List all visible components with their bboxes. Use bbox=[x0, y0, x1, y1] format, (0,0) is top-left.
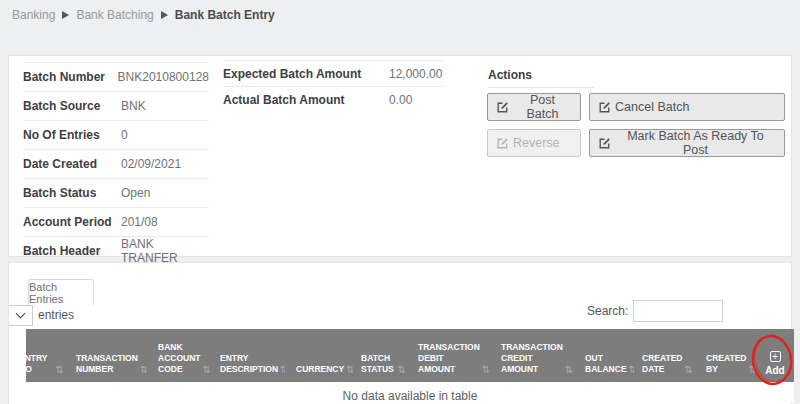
bank-batch-entry-page: Banking Bank Batching Bank Batch Entry B… bbox=[0, 0, 800, 404]
search-input[interactable] bbox=[633, 300, 723, 322]
actions-divider bbox=[488, 87, 594, 88]
batch-amounts-table: Expected Batch Amount 12,000.00 Actual B… bbox=[223, 60, 445, 112]
search-label: Search: bbox=[587, 304, 628, 318]
breadcrumb-item-banking[interactable]: Banking bbox=[12, 8, 55, 22]
detail-row-account-period: Account Period 201/08 bbox=[23, 207, 209, 236]
sort-icon[interactable]: ⇅ bbox=[482, 365, 490, 375]
amount-label: Expected Batch Amount bbox=[223, 67, 389, 81]
detail-value: 02/09/2021 bbox=[121, 157, 209, 171]
batch-details-table: Batch Number BNK2010800128 Batch Source … bbox=[23, 62, 209, 265]
button-label: Mark Batch As Ready To Post bbox=[615, 129, 776, 157]
breadcrumb-item-current: Bank Batch Entry bbox=[175, 8, 275, 22]
arrowhead-right-icon bbox=[62, 11, 69, 19]
detail-row-batch-number: Batch Number BNK2010800128 bbox=[23, 62, 209, 91]
edit-icon bbox=[598, 137, 611, 150]
column-header-currency[interactable]: CURRENCY ⇅ bbox=[285, 329, 353, 382]
batch-summary-panel: Batch Number BNK2010800128 Batch Source … bbox=[8, 55, 792, 257]
column-header-entry-description[interactable]: ENTRY DESCRIPTION ⇅ bbox=[212, 329, 285, 382]
detail-label: Account Period bbox=[23, 215, 121, 229]
column-header-created-date[interactable]: CREATED DATE ⇅ bbox=[634, 329, 694, 382]
column-header-created-by[interactable]: CREATED BY ⇅ bbox=[694, 329, 756, 382]
cancel-batch-button[interactable]: Cancel Batch bbox=[589, 93, 785, 121]
column-header-transaction-credit-amount[interactable]: TRANSACTION CREDIT AMOUNT ⇅ bbox=[493, 329, 577, 382]
edit-icon bbox=[496, 137, 509, 150]
sort-icon[interactable]: ⇅ bbox=[203, 365, 211, 375]
tab-label: Batch Entries bbox=[29, 281, 93, 305]
detail-value: 0 bbox=[121, 128, 209, 142]
sort-icon[interactable]: ⇅ bbox=[684, 365, 692, 375]
amount-value: 0.00 bbox=[389, 93, 445, 107]
add-entry-button[interactable]: + Add bbox=[756, 329, 794, 382]
empty-table-message: No data available in table bbox=[26, 382, 794, 403]
reverse-button[interactable]: Reverse bbox=[487, 129, 581, 157]
amount-row-actual: Actual Batch Amount 0.00 bbox=[223, 86, 445, 112]
arrowhead-right-icon bbox=[161, 11, 168, 19]
search-control: Search: bbox=[587, 300, 723, 322]
sort-icon[interactable]: ⇅ bbox=[398, 365, 406, 375]
button-label: Post Batch bbox=[513, 93, 572, 121]
detail-label: Date Created bbox=[23, 157, 121, 171]
detail-row-batch-header: Batch Header BANK TRANFER bbox=[23, 236, 209, 265]
sort-icon[interactable]: ⇅ bbox=[346, 365, 353, 375]
breadcrumb: Banking Bank Batching Bank Batch Entry bbox=[12, 8, 275, 22]
detail-value: BNK2010800128 bbox=[118, 70, 209, 84]
sort-icon[interactable]: ⇅ bbox=[565, 365, 573, 375]
detail-value: BANK TRANFER bbox=[121, 237, 209, 265]
post-batch-button[interactable]: Post Batch bbox=[487, 93, 581, 121]
detail-label: No Of Entries bbox=[23, 128, 121, 142]
table-header-row: ENTRY NO ⇅ TRANSACTION NUMBER ⇅ BANK ACC… bbox=[26, 329, 794, 382]
page-length-control: entries bbox=[9, 304, 74, 326]
column-header-transaction-number[interactable]: TRANSACTION NUMBER ⇅ bbox=[68, 329, 150, 382]
edit-icon bbox=[598, 101, 611, 114]
detail-row-date-created: Date Created 02/09/2021 bbox=[23, 149, 209, 178]
detail-label: Batch Status bbox=[23, 186, 121, 200]
detail-row-batch-status: Batch Status Open bbox=[23, 178, 209, 207]
detail-label: Batch Header bbox=[23, 244, 121, 258]
amount-label: Actual Batch Amount bbox=[223, 93, 389, 107]
detail-label: Batch Source bbox=[23, 99, 121, 113]
column-header-entry-no[interactable]: ENTRY NO ⇅ bbox=[26, 329, 68, 382]
mark-batch-ready-button[interactable]: Mark Batch As Ready To Post bbox=[589, 129, 785, 157]
detail-row-batch-source: Batch Source BNK bbox=[23, 91, 209, 120]
detail-row-no-of-entries: No Of Entries 0 bbox=[23, 120, 209, 149]
amount-row-expected: Expected Batch Amount 12,000.00 bbox=[223, 60, 445, 86]
detail-value: 201/08 bbox=[121, 215, 209, 229]
column-header-bank-account-code[interactable]: BANK ACCOUNT CODE ⇅ bbox=[150, 329, 212, 382]
button-label: Reverse bbox=[513, 136, 560, 150]
page-length-suffix: entries bbox=[38, 308, 74, 322]
page-length-select[interactable] bbox=[9, 305, 33, 326]
column-header-transaction-debit-amount[interactable]: TRANSACTION DEBIT AMOUNT ⇅ bbox=[410, 329, 493, 382]
chevron-down-icon bbox=[16, 309, 26, 319]
detail-value: BNK bbox=[121, 99, 209, 113]
sort-icon[interactable]: ⇅ bbox=[140, 365, 148, 375]
actions-title: Actions bbox=[488, 68, 532, 82]
edit-icon bbox=[496, 101, 509, 114]
sort-icon[interactable]: ⇅ bbox=[748, 365, 756, 375]
column-header-batch-status[interactable]: BATCH STATUS ⇅ bbox=[353, 329, 410, 382]
detail-label: Batch Number bbox=[23, 70, 118, 84]
detail-value: Open bbox=[121, 186, 209, 200]
button-label: Cancel Batch bbox=[615, 100, 689, 114]
batch-entries-panel: Batch Entries entries Search: ENTRY NO ⇅… bbox=[8, 262, 792, 404]
amount-value: 12,000.00 bbox=[389, 67, 445, 81]
column-header-out-balance[interactable]: OUT BALANCE ⇅ bbox=[577, 329, 634, 382]
breadcrumb-item-bank-batching[interactable]: Bank Batching bbox=[76, 8, 153, 22]
add-icon: + bbox=[770, 351, 781, 362]
sort-icon[interactable]: ⇅ bbox=[56, 365, 64, 375]
tab-batch-entries[interactable]: Batch Entries bbox=[28, 279, 94, 305]
